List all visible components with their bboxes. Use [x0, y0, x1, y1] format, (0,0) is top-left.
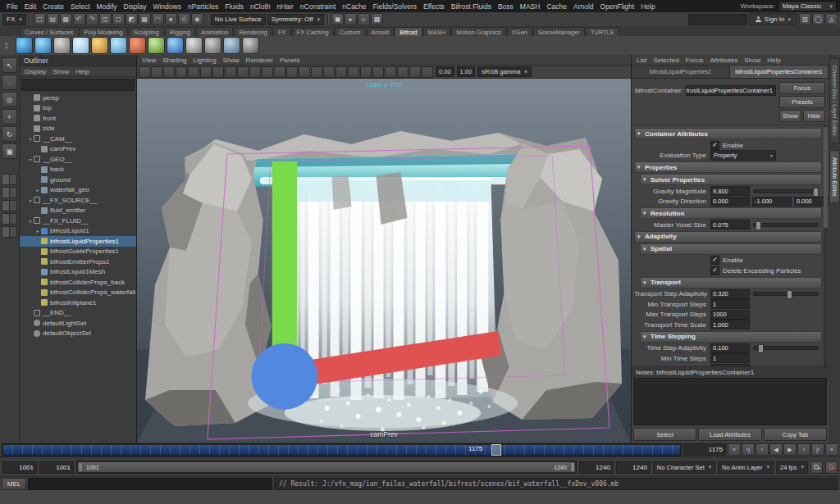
step-back-frame-button[interactable]: ‹ — [756, 443, 769, 456]
menu-list[interactable]: List — [633, 57, 650, 64]
modeling-toolkit-icon[interactable]: ▥ — [799, 13, 811, 25]
select-object-icon[interactable]: ◻ — [112, 13, 125, 25]
menu-create[interactable]: Create — [39, 2, 67, 11]
outliner-item-fx-source[interactable]: ▾__FX_SOURCE__ — [20, 195, 136, 206]
outliner-item-bifrostemitterprops1[interactable]: bifrostEmitterProps1 — [20, 257, 136, 267]
menu-display[interactable]: Display — [21, 68, 49, 75]
snap-grid-icon[interactable]: ▦ — [139, 13, 151, 25]
shelf-tab-turtle[interactable]: TURTLE — [586, 27, 619, 36]
outliner-item-end[interactable]: __END__ — [20, 308, 136, 319]
menu-effects[interactable]: Effects — [420, 2, 448, 11]
bifrost-guide-icon[interactable] — [91, 37, 108, 54]
shelf-tab-curves-surfaces[interactable]: Curves / Surfaces — [20, 27, 79, 36]
step-back-key-button[interactable]: ‹| — [742, 443, 755, 456]
ae-tab-bifrostliquidproperties1[interactable]: bifrostLiquidProperties1 — [632, 66, 730, 78]
button-load-attributes[interactable]: Load Attributes — [698, 428, 761, 441]
expand-arrow-icon[interactable]: ▸ — [34, 228, 41, 234]
play-forwards-button[interactable]: ▶ — [783, 443, 797, 456]
menu-renderer[interactable]: Renderer — [243, 57, 276, 64]
field-chart-icon[interactable] — [274, 66, 285, 78]
ae-tab-bifrostliquidpropertiescontainer1[interactable]: bifrostLiquidPropertiesContainer1 — [730, 66, 829, 78]
workspace-dropdown[interactable]: Maya Classic ▾ — [778, 1, 837, 11]
current-time-marker[interactable] — [491, 444, 501, 456]
menu-boss[interactable]: Boss — [495, 2, 517, 11]
shelf-tab-motion-graphics[interactable]: Motion Graphics — [451, 27, 506, 36]
symmetry-dropdown[interactable]: Symmetry: Off ▾ — [267, 14, 324, 25]
gamma-field[interactable]: 1.00 — [457, 66, 476, 77]
isolate-select-icon[interactable] — [311, 66, 322, 78]
menu-nhair[interactable]: nHair — [274, 2, 297, 11]
shadows-icon[interactable] — [372, 66, 384, 78]
notes-textarea[interactable] — [633, 378, 827, 425]
expand-arrow-icon[interactable]: ▸ — [34, 187, 41, 193]
playback-start-field[interactable]: 1001 — [39, 461, 74, 474]
attr-field[interactable]: 0.000 — [710, 197, 750, 207]
multisample-icon[interactable] — [409, 66, 421, 78]
safe-action-icon[interactable] — [286, 66, 298, 78]
attr-slider[interactable] — [753, 346, 819, 350]
bifrost-flush-cache-icon[interactable] — [204, 37, 221, 54]
bifrost-killplane-icon[interactable] — [129, 37, 146, 54]
outliner-search[interactable] — [21, 79, 135, 91]
animation-end-field[interactable]: 1240 — [616, 461, 651, 474]
shelf-tab-rendering[interactable]: Rendering — [234, 27, 272, 36]
section-spatial[interactable]: ▾Spatial — [640, 243, 822, 255]
grid-icon[interactable] — [225, 66, 236, 78]
rotate-tool[interactable]: ↻ — [2, 126, 17, 142]
go-to-start-button[interactable]: « — [728, 443, 741, 456]
attr-field[interactable]: 0.100 — [710, 343, 750, 353]
hypershade-layout[interactable] — [2, 226, 17, 238]
paint-select-tool[interactable]: ◎ — [2, 92, 17, 107]
shelf-tab-arnold[interactable]: Arnold — [367, 27, 395, 36]
range-slider[interactable]: 1001 1240 — [76, 461, 577, 474]
shelf-tab-custom[interactable]: Custom — [335, 27, 366, 36]
outliner-item-fluid-emitter[interactable]: fluid_emitter — [20, 206, 136, 216]
outliner-item-front[interactable]: front — [20, 113, 136, 124]
shelf-tab-poly-modeling[interactable]: Poly Modeling — [80, 27, 128, 36]
snap-plane-icon[interactable]: ◇ — [178, 13, 190, 25]
menu-set-dropdown[interactable]: FX ▾ — [2, 14, 26, 25]
play-backwards-button[interactable]: ◀ — [769, 443, 783, 456]
snap-point-icon[interactable]: ● — [165, 13, 177, 25]
colorspace-dropdown[interactable]: sRGB gamma ▾ — [477, 66, 532, 77]
snap-curve-icon[interactable]: ◠ — [152, 13, 164, 25]
xgen-editor-icon[interactable]: ◬ — [825, 13, 838, 25]
select-camera-icon[interactable] — [139, 66, 150, 78]
bookmark-icon[interactable] — [176, 66, 187, 78]
attr-field[interactable]: -1.000 — [752, 197, 792, 207]
button-select[interactable]: Select — [633, 428, 696, 441]
attr-field[interactable]: 1.000 — [710, 320, 750, 329]
menu-edit[interactable]: Edit — [21, 2, 40, 11]
open-scene-icon[interactable]: ▤ — [47, 13, 59, 25]
attr-field[interactable]: 2 — [710, 364, 750, 366]
section-container-attributes[interactable]: ▾Container Attributes — [634, 128, 822, 139]
outliner-item-ground[interactable]: ground — [20, 175, 136, 185]
playback-end-field[interactable]: 1240 — [579, 461, 614, 474]
wireframe-icon[interactable] — [323, 66, 335, 78]
outliner-item-cam[interactable]: ▾__CAM__ — [20, 134, 136, 144]
hide-button[interactable]: Hide — [803, 110, 825, 122]
attr-dropdown[interactable]: Property▾ — [710, 150, 776, 161]
checkbox-delete-exceeding-particles[interactable]: ✓ — [710, 266, 719, 275]
bifrost-mesh-icon[interactable] — [223, 37, 240, 54]
section-time-stepping[interactable]: ▾Time Stepping — [640, 331, 822, 343]
outliner-item-bifrostcolliderprops-waterfall[interactable]: bifrostColliderProps_waterfall — [20, 288, 136, 298]
menu-attributes[interactable]: Attributes — [706, 57, 741, 64]
slider-handle-icon[interactable] — [787, 290, 792, 299]
xray-icon[interactable] — [422, 66, 433, 78]
range-end-handle[interactable] — [570, 462, 575, 472]
shelf-tab-sculpting[interactable]: Sculpting — [129, 27, 164, 36]
shelf-menu-icon[interactable]: ▸▾ — [2, 42, 11, 50]
menu-ncloth[interactable]: nCloth — [247, 2, 274, 11]
select-hierarchy-icon[interactable]: ◫ — [99, 13, 112, 25]
shelf-tab-bifrost[interactable]: Bifrost — [395, 27, 422, 36]
menu-windows[interactable]: Windows — [149, 2, 184, 11]
section-resolution[interactable]: ▾Resolution — [640, 207, 822, 219]
shelf-tab-fx-caching[interactable]: FX Caching — [292, 27, 334, 36]
menu-shading[interactable]: Shading — [159, 57, 189, 64]
outliner-item-defaultobjectset[interactable]: defaultObjectSet — [20, 329, 136, 339]
menu-view[interactable]: View — [139, 57, 159, 64]
fps-dropdown[interactable]: 24 fps ▾ — [776, 461, 808, 474]
attr-field[interactable]: 1000 — [710, 310, 750, 320]
outliner-item-bifrostliquid1mesh[interactable]: bifrostLiquid1Mesh — [20, 267, 136, 278]
